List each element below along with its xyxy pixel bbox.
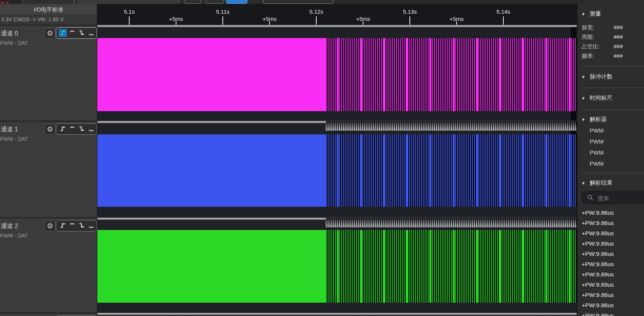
trigger-high-level-button[interactable] (68, 29, 76, 37)
decode-result-row[interactable]: +PW:9.89us (582, 310, 642, 316)
search-box[interactable] (581, 191, 644, 204)
channel-name: 通道 1 (1, 126, 18, 133)
waveform-solid-segment (97, 38, 326, 111)
decode-result-row[interactable]: +PW:9.86us (582, 218, 642, 228)
divider (581, 173, 644, 173)
trigger-button-group (56, 123, 97, 135)
channel-separator (0, 313, 97, 313)
section-title: 脉冲计数 (590, 73, 612, 80)
toolbar-button-2[interactable] (206, 0, 224, 4)
toolbar-button-1[interactable] (184, 0, 201, 4)
trigger-low-level-button[interactable] (87, 29, 95, 37)
channel-settings-button[interactable]: ⚙ (44, 221, 56, 231)
section-header[interactable]: ▼脉冲计数 (581, 73, 642, 80)
ruler-tick-mark (456, 21, 457, 25)
ruler-tick-mark (316, 16, 317, 25)
section-title: 解析器 (590, 116, 607, 122)
trigger-high-level-button[interactable] (68, 222, 76, 230)
measure-label: 频率: (582, 52, 612, 60)
toolbar: 正常模式 (0, 0, 644, 4)
measure-value: ### (614, 33, 640, 41)
channel-settings-button[interactable]: ⚙ (44, 124, 56, 135)
decoder-item[interactable]: PWM (590, 160, 635, 168)
trigger-button-group (56, 27, 97, 39)
ruler-tick-label: 5.14s (496, 8, 511, 15)
channel-decoder-label: PWM - DAT (0, 136, 28, 142)
decode-result-row[interactable]: +PW:9.89us (582, 279, 642, 290)
waveform-pwm-segment (326, 230, 577, 303)
channel-separator (0, 121, 97, 121)
decode-result-row[interactable]: +PW:9.86us (582, 300, 642, 310)
time-ruler[interactable]: 5.1s+5ms5.11s+5ms5.12s+5ms5.13s+5ms5.14s (97, 4, 577, 25)
divider (581, 88, 644, 88)
waveform-solid-segment (97, 230, 326, 303)
channel-decoder-label: PWM - DAT (0, 232, 28, 239)
measure-label: 占空比: (582, 43, 612, 50)
decode-result-row[interactable]: +PW:9.86us (582, 290, 642, 300)
measure-value: ### (614, 52, 640, 60)
waveform-solid-segment (97, 134, 326, 207)
trigger-low-level-button[interactable] (87, 222, 95, 230)
toolbar-input[interactable] (78, 0, 179, 4)
measure-value: ### (614, 24, 640, 31)
decode-result-row[interactable]: +PW:9.89us (582, 228, 642, 238)
section-header[interactable]: ▼测量 (581, 10, 642, 18)
channel-separator (0, 25, 97, 26)
divider (581, 109, 644, 110)
trigger-high-level-button[interactable] (68, 125, 76, 133)
measure-label: 脉宽: (582, 24, 612, 31)
trigger-rising-edge-button[interactable] (59, 29, 67, 37)
channel-name: 通道 0 (1, 30, 18, 37)
toolbar-button-active[interactable] (227, 0, 247, 4)
section-header[interactable]: ▼解析结果 (581, 179, 642, 187)
measure-value: ### (614, 43, 640, 50)
ruler-tick-mark (409, 16, 410, 25)
chevron-down-icon: ▼ (581, 73, 590, 81)
decoder-item[interactable]: PWM (590, 148, 635, 157)
trigger-rising-edge-button[interactable] (59, 222, 67, 230)
ruler-tick-label: 5.12s (309, 8, 324, 15)
chevron-down-icon: ▼ (581, 10, 590, 18)
chevron-down-icon: ▼ (581, 116, 590, 123)
decode-result-row[interactable]: +PW:9.86us (582, 249, 642, 259)
search-icon (587, 195, 593, 201)
section-header[interactable]: ▼解析器 (581, 115, 642, 123)
trigger-rising-edge-button[interactable] (59, 125, 67, 133)
channel-panel: I/O电平标准 3.3V CMOS -> Vth: 1.65 V 通道 0PWM… (0, 4, 98, 316)
trigger-falling-edge-button[interactable] (78, 222, 86, 230)
measure-label: 周期: (582, 33, 612, 41)
decode-result-row[interactable]: +PW:9.89us (582, 269, 642, 279)
channel-separator (0, 217, 97, 218)
chevron-down-icon: ▼ (581, 179, 590, 187)
chevron-down-icon: ▼ (581, 94, 590, 102)
trigger-low-level-button[interactable] (87, 125, 95, 133)
decode-result-row[interactable]: +PW:9.86us (582, 207, 642, 218)
mode-button[interactable]: 正常模式 (22, 0, 75, 4)
toolbar-wide-control[interactable] (263, 0, 333, 4)
channel-settings-button[interactable]: ⚙ (44, 28, 56, 39)
trigger-falling-edge-button[interactable] (78, 29, 86, 37)
decoder-item[interactable]: PWM (590, 137, 635, 146)
divider (581, 66, 644, 66)
ruler-tick-mark (363, 21, 363, 25)
section-header[interactable]: ▼时间标尺 (581, 94, 642, 102)
ruler-tick-label: 5.13s (403, 8, 417, 15)
ruler-tick-mark (129, 16, 130, 25)
waveform-area[interactable]: 5.1s+5ms5.11s+5ms5.12s+5ms5.13s+5ms5.14s (97, 4, 577, 316)
decode-result-row[interactable]: +PW:9.89us (582, 238, 642, 249)
ruler-tick-mark (503, 16, 504, 25)
decoder-annotation-strip (326, 218, 577, 227)
ruler-tick-mark (222, 16, 223, 25)
section-title: 解析结果 (590, 179, 612, 186)
search-input[interactable] (597, 192, 644, 204)
decode-result-row[interactable]: +PW:9.86us (582, 259, 642, 269)
channel-decoder-label: PWM - DAT (0, 40, 28, 46)
io-level-value[interactable]: 3.3V CMOS -> Vth: 1.65 V (0, 14, 98, 24)
decoder-annotation-strip (326, 121, 577, 131)
sidebar: ▼测量脉宽:###周期:###占空比:###频率:###▼脉冲计数▼时间标尺▼解… (577, 4, 644, 316)
ruler-tick-mark (269, 21, 270, 25)
trigger-falling-edge-button[interactable] (78, 125, 86, 133)
decoder-annotation-baseline (97, 313, 577, 315)
decoder-annotation-baseline (97, 25, 577, 27)
decoder-item[interactable]: PWM (590, 126, 635, 135)
